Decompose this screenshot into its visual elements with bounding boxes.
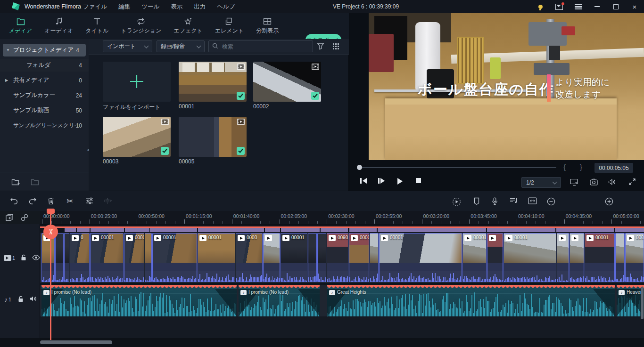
video-clip-6[interactable] — [145, 233, 152, 282]
record-dropdown[interactable]: 録画/録音 — [157, 40, 205, 52]
video-clip-8[interactable]: 00001 — [198, 233, 235, 282]
speaker-icon[interactable] — [608, 178, 616, 187]
video-clip-18[interactable]: 00001 — [462, 233, 487, 282]
video-clip-10[interactable] — [263, 233, 280, 282]
close-button[interactable]: × — [625, 0, 644, 13]
video-clip-19[interactable] — [487, 233, 503, 282]
video-clip-17[interactable]: 00001 — [379, 233, 462, 282]
empty-track-lane[interactable] — [40, 316, 644, 338]
preview-progress-handle[interactable] — [357, 165, 362, 170]
eye-icon[interactable] — [32, 255, 40, 262]
menu-list-icon[interactable] — [569, 0, 587, 13]
play-button[interactable] — [397, 178, 403, 185]
audio-denoise-icon[interactable] — [104, 197, 113, 206]
filter-icon[interactable] — [317, 42, 324, 51]
record-voiceover-icon[interactable] — [492, 197, 498, 207]
render-preview-icon[interactable] — [452, 197, 461, 208]
add-track-icon[interactable] — [6, 214, 14, 223]
audio-clip-0[interactable]: ♪I promise (No lead) — [41, 285, 237, 316]
tab-2[interactable]: タイトル — [79, 13, 115, 40]
media-item-00003[interactable] — [103, 117, 171, 157]
video-clip-16[interactable] — [370, 233, 379, 282]
fullscreen-icon[interactable] — [629, 178, 636, 186]
menu-item-1[interactable]: 編集 — [118, 3, 130, 11]
audio-mixer-icon[interactable] — [510, 197, 518, 206]
lock-icon[interactable] — [18, 296, 24, 304]
horizontal-scrollbar[interactable] — [40, 340, 112, 344]
second-display-icon[interactable] — [570, 178, 578, 187]
tab-4[interactable]: エフェクト — [167, 13, 208, 40]
restore-button[interactable] — [606, 0, 625, 13]
tab-0[interactable]: メディア — [3, 13, 38, 40]
import-files-tile[interactable] — [103, 62, 171, 102]
checked-badge[interactable] — [237, 92, 245, 100]
tab-3[interactable]: トランジション — [115, 13, 167, 40]
messages-icon[interactable] — [550, 0, 569, 13]
sidebar-item-5[interactable]: サンプルグリーンスクリーン10 — [0, 119, 89, 132]
audio-track-lane[interactable]: ♪I promise (No lead)♪I promise (No lead)… — [40, 285, 644, 316]
vertical-scrollbar[interactable] — [641, 287, 644, 319]
menu-item-3[interactable]: 表示 — [171, 3, 182, 11]
zoom-out-icon[interactable] — [547, 197, 555, 207]
video-clip-2[interactable] — [64, 233, 69, 282]
sidebar-item-2[interactable]: ▶共有メディア0 — [0, 74, 89, 87]
video-clip-4[interactable]: 00001 — [90, 233, 124, 282]
undo-icon[interactable] — [10, 197, 18, 206]
video-clip-13[interactable] — [317, 233, 326, 282]
playhead-scissors-button[interactable]: ✂ — [43, 225, 58, 239]
audio-clip-1[interactable]: ♪I promise (No lead) — [239, 285, 320, 316]
folder-icon[interactable] — [31, 179, 39, 187]
sidebar-item-1[interactable]: フォルダ4 — [0, 59, 89, 72]
video-clip-12[interactable] — [308, 233, 317, 282]
video-clip-24[interactable] — [615, 233, 625, 282]
timeline-ruler[interactable]: 00:00:00:0000:00:25:0000:00:50:0000:01:1… — [0, 211, 644, 225]
mark-in-icon[interactable]: { — [563, 163, 566, 171]
snapshot-camera-icon[interactable] — [590, 178, 598, 187]
menu-item-2[interactable]: ツール — [141, 3, 159, 11]
tips-bulb-icon[interactable] — [531, 0, 550, 13]
video-clip-20[interactable]: 00001 — [504, 233, 556, 282]
audio-clip-2[interactable]: ♪Great Heights — [327, 285, 615, 316]
video-clip-9[interactable]: 0000 — [236, 233, 263, 282]
audio-clip-3[interactable]: ♪Heaven — [617, 285, 644, 316]
checked-badge[interactable] — [311, 92, 319, 100]
media-item-00002[interactable] — [253, 62, 321, 102]
video-clip-21[interactable] — [557, 233, 569, 282]
video-clip-25[interactable]: 00001 — [625, 233, 644, 282]
video-clip-7[interactable]: 00001 — [152, 233, 197, 282]
video-clip-22[interactable] — [570, 233, 584, 282]
media-item-00005[interactable] — [179, 117, 247, 157]
grid-view-icon[interactable] — [332, 42, 340, 51]
adjust-icon[interactable] — [86, 197, 93, 206]
lock-icon[interactable] — [21, 254, 26, 262]
tab-1[interactable]: オーディオ — [38, 13, 79, 40]
playhead[interactable]: ✂ — [50, 209, 51, 340]
next-frame-button[interactable] — [378, 178, 385, 184]
preview-video[interactable]: ボール盤台座の自作 より実用的に 改造します — [369, 13, 644, 160]
new-folder-icon[interactable] — [11, 178, 20, 187]
preview-timecode[interactable]: 00:00:05:05 — [594, 163, 633, 173]
video-clip-0[interactable] — [41, 233, 55, 282]
import-dropdown[interactable]: インポート — [103, 40, 152, 52]
redo-icon[interactable] — [28, 197, 37, 206]
video-clip-14[interactable]: 0090 — [327, 233, 348, 282]
delete-icon[interactable] — [48, 197, 54, 206]
video-clip-23[interactable]: 00001 — [585, 233, 615, 282]
mark-out-icon[interactable]: } — [580, 163, 582, 171]
menu-item-0[interactable]: ファイル — [83, 3, 107, 11]
video-clip-11[interactable]: 00001 — [281, 233, 307, 282]
mute-speaker-icon[interactable] — [30, 296, 37, 303]
split-scissors-icon[interactable]: ✂ — [66, 197, 73, 205]
sidebar-item-3[interactable]: サンプルカラー24 — [0, 89, 89, 102]
tab-6[interactable]: 分割表示 — [250, 13, 285, 40]
menu-item-4[interactable]: 出力 — [194, 3, 206, 11]
tab-5[interactable]: エレメント — [209, 13, 250, 40]
playhead-handle[interactable] — [47, 209, 55, 214]
preview-quality-select[interactable]: 1/2 — [521, 177, 561, 188]
zoom-in-icon[interactable] — [605, 197, 613, 207]
sidebar-item-4[interactable]: サンプル動画50 — [0, 104, 89, 117]
checked-badge[interactable] — [237, 147, 245, 155]
sidebar-item-0[interactable]: ▼プロジェクトメディア4 — [3, 44, 86, 56]
media-item-00001[interactable] — [179, 62, 247, 102]
stop-button[interactable] — [416, 178, 421, 183]
